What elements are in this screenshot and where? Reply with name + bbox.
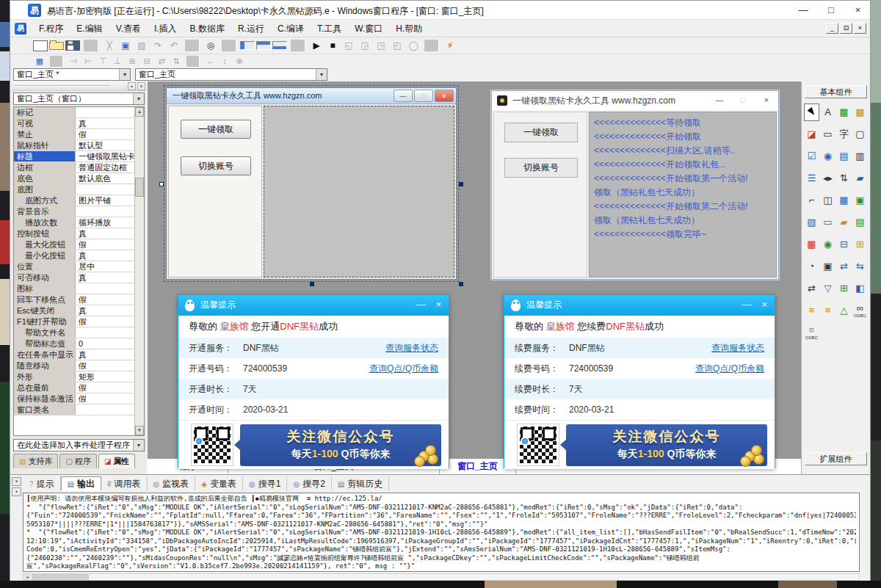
property-value[interactable]: 假 (76, 316, 134, 327)
property-value[interactable]: 居中 (76, 261, 134, 272)
tab-program[interactable]: ▢ 程序 (59, 454, 96, 468)
menu-item[interactable]: B.数据库 (184, 21, 231, 37)
menu-item[interactable]: V.查看 (109, 21, 148, 37)
minimize-button[interactable]: — (394, 90, 413, 102)
panel-close-button[interactable]: × (12, 477, 21, 486)
output-log[interactable]: ┃使用声明: 请勿使用本模块编写有损他人利益的软件,造成的后果全部自负 ┃◆精易… (23, 493, 860, 572)
property-row[interactable]: 帮助标志值 0 (14, 338, 134, 349)
property-value[interactable] (76, 206, 134, 217)
panel-close-button[interactable]: × (137, 82, 145, 90)
mdi-close-button[interactable]: × (854, 23, 866, 34)
property-value[interactable]: 假 (76, 129, 134, 139)
minimize-button[interactable]: — (742, 295, 751, 314)
separator[interactable] (186, 56, 200, 67)
odbc-query-icon[interactable]: ∞ ODBC (852, 302, 868, 319)
minimize-button[interactable]: — (416, 295, 425, 314)
progress-bar-icon[interactable]: ▰ (852, 170, 868, 187)
designer-form[interactable]: 一键领取黑钻卡永久工具 www.hzgzn.com — □ × 一键领取 切换账… (166, 87, 457, 280)
property-row[interactable]: 位置 居中 (14, 261, 134, 272)
chevron-down-icon[interactable]: ▼ (133, 440, 144, 451)
separator[interactable] (84, 40, 98, 51)
ip-edit-icon[interactable]: ▭ (820, 214, 835, 231)
db-file-icon[interactable]: ≡ (804, 302, 819, 319)
property-row[interactable]: 鼠标指针 默认型 (14, 140, 134, 151)
property-value[interactable] (76, 404, 134, 415)
menu-item[interactable]: C.编译 (271, 21, 311, 37)
run-icon[interactable]: ▶ (309, 39, 324, 52)
new-file-icon[interactable] (33, 40, 48, 51)
align-right-icon[interactable]: ⊢ (81, 56, 95, 67)
property-value[interactable]: 假 (76, 360, 134, 371)
combo-box-icon[interactable]: ▤ (836, 148, 852, 165)
property-value[interactable]: 假 (76, 239, 134, 250)
step-out-icon[interactable]: ◳ (374, 39, 388, 52)
property-value[interactable] (76, 327, 134, 338)
property-value[interactable]: 真 (76, 305, 134, 316)
designer-left-panel[interactable]: 一键领取 切换账号 (168, 106, 262, 277)
tab-output[interactable]: ▤ 输出 (61, 476, 101, 491)
separator[interactable] (50, 56, 63, 67)
wechat-banner[interactable]: 关注微信公众号 每天1-100 Q币等你来 (566, 424, 767, 466)
row-link[interactable]: 查询Q点/Q币余额 (695, 358, 764, 379)
qq-tip-dialog-renew[interactable]: 温馨提示 — × 尊敬的 皇族馆 您续费DNF黑钻成功 续费服务： DNF黑钻 (504, 294, 775, 468)
output-hscrollbar[interactable]: ◂ (23, 573, 860, 581)
claim-button[interactable]: 一键领取 (181, 120, 251, 139)
center-horizontal-icon[interactable]: ⊞ (126, 56, 139, 67)
odbc-db-icon[interactable]: ≡ ODBC (804, 324, 819, 341)
running-app-window[interactable]: 一键领取黑钻卡永久工具 www.hzgzn.com — □ × 一键领取 切换账… (491, 90, 779, 280)
scrollbar-thumb[interactable] (135, 178, 144, 197)
client-socket-icon[interactable]: ⇄ (836, 258, 852, 275)
splitter-icon[interactable]: ⊟ (836, 236, 852, 253)
property-row[interactable]: 保持标题条激活 假 (14, 393, 134, 404)
align-left-icon[interactable]: ⊣ (67, 56, 80, 67)
open-file-icon[interactable] (49, 42, 64, 50)
record-set-icon[interactable]: ◧ (852, 280, 868, 297)
menu-item[interactable]: E.编辑 (70, 21, 109, 37)
close-button[interactable]: × (435, 295, 441, 314)
selection-handle[interactable] (459, 282, 463, 286)
property-value[interactable]: 矩形 (76, 371, 134, 382)
tab-call-table[interactable]: # 调用表 (101, 476, 148, 491)
object-selector-combo[interactable]: 窗口_主页（窗口） ▼ (13, 92, 145, 105)
minimize-button[interactable]: — (790, 1, 816, 19)
property-row[interactable]: F1键打开帮助 假 (14, 316, 134, 327)
run-to-cursor-icon[interactable]: ◰ (390, 39, 405, 52)
property-grid-scrollbar[interactable]: ▲ ▼ (134, 107, 144, 435)
property-value[interactable]: 真 (76, 118, 134, 128)
menu-item[interactable]: W.窗口 (348, 21, 389, 37)
remote-pc-icon[interactable]: ⇄ (804, 280, 819, 297)
label-icon[interactable]: A (820, 104, 835, 121)
folder-icon[interactable]: ▰ (836, 214, 852, 231)
property-row[interactable]: 图标 (14, 283, 134, 294)
property-value[interactable]: 一键领取黑钻卡永 (76, 151, 134, 161)
find-in-form-icon[interactable]: ◎ (203, 39, 218, 52)
space-vertical-icon[interactable]: ⇅ (170, 56, 183, 67)
tab-search1[interactable]: ◎ 搜寻1 (243, 476, 287, 491)
property-value[interactable] (76, 107, 134, 117)
property-row[interactable]: 播放次数 循环播放 (14, 217, 134, 228)
panel-icon[interactable]: ⊞ (852, 236, 868, 253)
switch-account-button[interactable]: 切换账号 (504, 158, 578, 178)
timer-icon[interactable]: ◔ (804, 258, 819, 275)
checked-list-icon[interactable]: ☰ (804, 170, 819, 187)
layout-top-icon[interactable] (256, 41, 271, 50)
property-row[interactable]: 标记 (14, 107, 134, 118)
property-row[interactable]: 背景音乐 (14, 206, 134, 217)
property-value[interactable]: 图片平铺 (76, 195, 134, 206)
separator[interactable] (424, 40, 439, 51)
cursor-tool-icon[interactable] (804, 104, 819, 121)
designer-log-box[interactable] (264, 106, 454, 277)
property-value[interactable]: 真 (76, 272, 134, 283)
menu-item[interactable]: T.工具 (311, 21, 348, 37)
report-table-icon[interactable]: ▦ (804, 236, 819, 253)
tab-support-libs[interactable]: ▤ 支持库 (13, 454, 58, 468)
internet-icon[interactable]: ◉ (820, 236, 835, 253)
center-vertical-icon[interactable]: ⊟ (140, 56, 153, 67)
grid-icon[interactable]: ⊞ (836, 280, 852, 297)
image2-icon[interactable]: △ (836, 302, 852, 319)
row-link[interactable]: 查询服务状态 (385, 338, 438, 358)
property-row[interactable]: 在任务条中显示 真 (14, 349, 134, 360)
tab-hints[interactable]: ? 提示 (23, 476, 61, 491)
property-row[interactable]: 可视 真 (14, 118, 134, 129)
redo-icon[interactable]: ↷ (151, 39, 165, 52)
